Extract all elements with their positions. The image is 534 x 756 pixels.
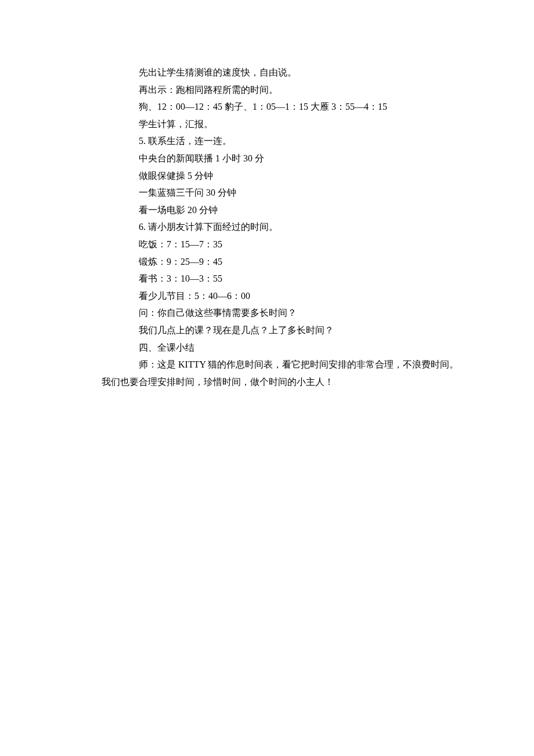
text-line: 看少儿节目：5：40—6：00 [102,287,470,305]
text-line: 我们几点上的课？现在是几点？上了多长时间？ [102,322,470,339]
text-line: 师：这是 KITTY 猫的作息时间表，看它把时间安排的非常合理，不浪费时间。 [102,356,470,373]
text-line: 5. 联系生活，连一连。 [102,132,470,150]
document-body: 先出让学生猜测谁的速度快，自由说。 再出示：跑相同路程所需的时间。 狗、12：0… [102,64,470,390]
text-line: 一集蓝猫三千问 30 分钟 [102,184,470,201]
text-line: 再出示：跑相同路程所需的时间。 [102,81,470,99]
text-line: 问：你自己做这些事情需要多长时间？ [102,304,470,322]
text-line: 6. 请小朋友计算下面经过的时间。 [102,218,470,236]
text-line: 吃饭：7：15—7：35 [102,236,470,253]
text-line: 先出让学生猜测谁的速度快，自由说。 [102,64,470,81]
text-line: 四、全课小结 [102,339,470,357]
text-line: 学生计算，汇报。 [102,116,470,133]
text-line: 看一场电影 20 分钟 [102,201,470,219]
text-line: 中央台的新闻联播 1 小时 30 分 [102,150,470,167]
text-line: 锻炼：9：25—9：45 [102,253,470,271]
text-line: 狗、12：00—12：45 豹子、1：05—1：15 大雁 3：55—4：15 [102,98,470,116]
text-line: 做眼保健操 5 分钟 [102,167,470,185]
text-line: 看书：3：10—3：55 [102,270,470,287]
text-line: 我们也要合理安排时间，珍惜时间，做个时间的小主人！ [102,373,470,391]
